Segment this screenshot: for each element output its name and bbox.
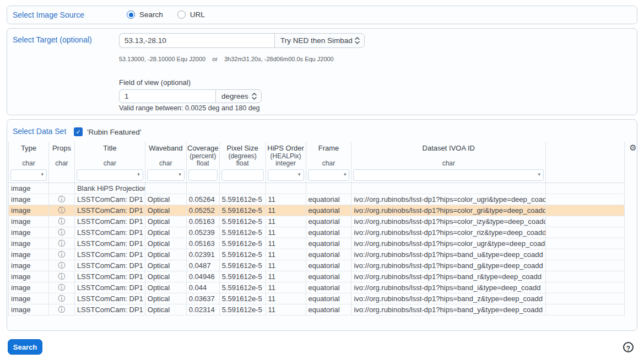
column-sort-frame[interactable]: Frame [306,142,351,159]
column-sort-waveband[interactable]: Waveband [145,142,186,159]
column-filter-area [546,168,624,183]
cell-title: Blank HiPS Projection [75,183,145,194]
table-row[interactable]: imageⓘLSSTComCam: DP1 izyOptical0.051635… [9,216,625,227]
cell-filler [546,238,625,249]
cell-coverage: 0.04946 [187,271,220,282]
filter-input-pixel_size[interactable] [221,169,264,181]
cell-coverage [187,183,220,194]
cell-hips_order: 11 [266,304,306,315]
rubin-featured-checkbox[interactable]: ✓ [74,127,83,136]
info-icon[interactable]: ⓘ [58,206,65,215]
cell-hips_order: 11 [266,293,306,304]
radio-url[interactable]: URL [177,10,205,19]
column-sort-coverage[interactable]: Coverage(percent) [187,142,219,159]
radio-url-label: URL [190,10,205,19]
dropdown-arrow-icon: ▾ [41,172,44,177]
cell-title: LSSTComCam: DP1 g [75,260,145,271]
fov-unit-select[interactable]: degrees [215,89,262,103]
table-row[interactable]: imageⓘLSSTComCam: DP1 griOptical0.052525… [9,205,625,216]
rubin-featured-label: 'Rubin Featured' [87,128,141,136]
column-header-hips_order: HiPS Order(HEALPix)integer▾ [266,142,306,183]
table-header: Typechar▾PropscharTitlechar▾Wavebandchar… [9,142,625,183]
info-icon[interactable]: ⓘ [58,306,65,314]
radio-icon [127,10,135,19]
dropdown-arrow-icon: ▾ [137,172,140,177]
target-input-group: Try NED then Simbad [119,33,365,48]
filter-select-title[interactable]: ▾ [77,169,143,181]
feedback-sexagesimal: 3h32m31.20s, -28d06m00.0s Equ J2000 [224,56,334,62]
radio-icon [177,10,186,19]
column-sort-props[interactable]: Props [49,142,74,159]
resolver-select[interactable]: Try NED then Simbad [274,33,365,48]
column-dtype-type: char [9,159,48,168]
dropdown-arrow-icon: ▾ [344,172,347,177]
cell-coverage: 0.05163 [187,238,220,249]
cell-props: ⓘ [49,227,75,238]
table-row[interactable]: imageⓘLSSTComCam: DP1 ugriOptical0.05264… [9,194,625,205]
radio-search-label: Search [139,10,163,19]
filter-select-waveband[interactable]: ▾ [147,169,185,181]
info-icon[interactable]: ⓘ [58,272,65,281]
cell-type: image [9,304,49,315]
table-row[interactable]: imageⓘLSSTComCam: DP1 uOptical0.023915.5… [9,249,625,260]
table-row[interactable]: imageⓘLSSTComCam: DP1 yOptical0.023145.5… [9,304,625,315]
cell-ivoa_id: ivo://org.rubinobs/lsst-dp1?hips=color_u… [351,238,546,249]
table-row[interactable]: imageⓘLSSTComCam: DP1 iOptical0.0445.591… [9,282,625,293]
fov-input[interactable] [119,89,215,103]
target-input[interactable] [119,33,274,48]
search-button[interactable]: Search [8,339,42,355]
cell-title: LSSTComCam: DP1 z [75,293,145,304]
cell-frame: equatorial [306,271,352,282]
cell-ivoa_id: ivo://org.rubinobs/lsst-dp1?hips=color_g… [351,205,546,216]
radio-search[interactable]: Search [127,10,163,19]
cell-props: ⓘ [49,216,75,227]
column-sort-hips_order[interactable]: HiPS Order(HEALPix) [266,142,306,159]
info-icon[interactable]: ⓘ [58,250,65,259]
table-row[interactable]: imageⓘLSSTComCam: DP1 gOptical0.04875.59… [9,260,625,271]
filter-select-type[interactable]: ▾ [10,169,47,181]
table-row[interactable]: imageⓘLSSTComCam: DP1 ugrOptical0.051635… [9,238,625,249]
cell-frame: equatorial [306,227,352,238]
table-options-button[interactable]: ⚙ [627,142,639,153]
cell-title: LSSTComCam: DP1 i [75,282,145,293]
filter-input-coverage[interactable] [188,169,218,181]
cell-type: image [9,282,49,293]
column-header-props: Propschar [49,142,75,183]
cell-waveband: Optical [145,227,187,238]
info-icon[interactable]: ⓘ [58,195,65,204]
column-filter-area [49,168,74,183]
cell-type: image [9,205,49,216]
cell-pixel_size: 5.591612e-5 [220,271,266,282]
info-icon[interactable]: ⓘ [58,261,65,270]
filter-select-frame[interactable]: ▾ [308,169,350,181]
check-icon: ✓ [75,129,80,135]
column-sort-title[interactable]: Title [75,142,145,159]
cell-ivoa_id: ivo://org.rubinobs/lsst-dp1?hips=band_u&… [351,249,546,260]
filter-select-hips_order[interactable]: ▾ [268,169,304,181]
cell-waveband: Optical [145,271,187,282]
cell-coverage: 0.05239 [187,227,220,238]
cell-hips_order: 11 [266,282,306,293]
cell-pixel_size: 5.591612e-5 [220,260,266,271]
cell-filler [546,282,625,293]
cell-props: ⓘ [49,194,75,205]
filter-select-ivoa_id[interactable]: ▾ [353,169,544,181]
cell-ivoa_id: ivo://org.rubinobs/lsst-dp1?hips=band_i&… [351,282,546,293]
column-sort-type[interactable]: Type [9,142,48,159]
column-sort-ivoa_id[interactable]: Dataset IVOA ID [351,142,545,159]
cell-type: image [9,293,49,304]
column-filter-area: ▾ [75,168,145,183]
cell-waveband: Optical [145,238,187,249]
help-button[interactable]: ? [623,342,634,352]
table-row[interactable]: imageⓘLSSTComCam: DP1 rOptical0.049465.5… [9,271,625,282]
table-row[interactable]: imageⓘLSSTComCam: DP1 zOptical0.036375.5… [9,293,625,304]
info-icon[interactable]: ⓘ [58,239,65,248]
table-row[interactable]: imageⓘLSSTComCam: DP1 rizOptical0.052395… [9,227,625,238]
info-icon[interactable]: ⓘ [58,283,65,292]
info-icon[interactable]: ⓘ [58,295,65,303]
cell-filler [546,205,625,216]
column-sort-pixel_size[interactable]: Pixel Size(degrees) [220,142,266,159]
table-row[interactable]: imageBlank HiPS Projection [9,183,625,194]
info-icon[interactable]: ⓘ [58,217,65,226]
info-icon[interactable]: ⓘ [58,228,65,237]
